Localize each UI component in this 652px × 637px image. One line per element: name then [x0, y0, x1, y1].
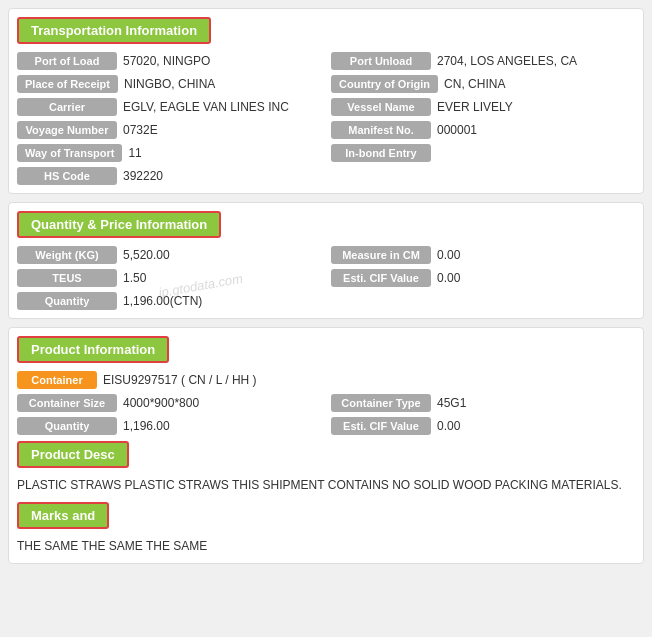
voyage-number-label: Voyage Number [17, 121, 117, 139]
voyage-number-value: 0732E [123, 123, 158, 137]
quantity-section: Quantity & Price Information Weight (KG)… [8, 202, 644, 319]
container-badge: Container [17, 371, 97, 389]
carrier-row: Carrier EGLV, EAGLE VAN LINES INC [17, 98, 321, 116]
product-desc-header: Product Desc [17, 441, 129, 468]
container-type-value: 45G1 [437, 396, 466, 410]
product-section: Product Information Container EISU929751… [8, 327, 644, 564]
port-unload-label: Port Unload [331, 52, 431, 70]
vessel-name-value: EVER LIVELY [437, 100, 513, 114]
in-bond-entry-row: In-bond Entry [331, 144, 635, 162]
teus-value: 1.50 [123, 271, 146, 285]
country-of-origin-value: CN, CHINA [444, 77, 505, 91]
esti-cif-q-value: 0.00 [437, 271, 460, 285]
place-of-receipt-row: Place of Receipt NINGBO, CHINA [17, 75, 321, 93]
esti-cif-p-row: Esti. CIF Value 0.00 [331, 417, 635, 435]
measure-cm-value: 0.00 [437, 248, 460, 262]
country-of-origin-label: Country of Origin [331, 75, 438, 93]
transportation-header: Transportation Information [17, 17, 211, 44]
product-quantity-label: Quantity [17, 417, 117, 435]
product-quantity-row: Quantity 1,196.00 [17, 417, 321, 435]
place-of-receipt-label: Place of Receipt [17, 75, 118, 93]
weight-label: Weight (KG) [17, 246, 117, 264]
quantity-header: Quantity & Price Information [17, 211, 221, 238]
country-of-origin-row: Country of Origin CN, CHINA [331, 75, 635, 93]
quantity-value: 1,196.00(CTN) [123, 294, 202, 308]
product-desc-block: Product Desc PLASTIC STRAWS PLASTIC STRA… [17, 441, 635, 494]
way-of-transport-value: 11 [128, 146, 141, 160]
hs-code-label: HS Code [17, 167, 117, 185]
hs-code-row: HS Code 392220 [17, 167, 321, 185]
marks-block: Marks and THE SAME THE SAME THE SAME [17, 502, 635, 555]
esti-cif-p-value: 0.00 [437, 419, 460, 433]
port-of-load-label: Port of Load [17, 52, 117, 70]
teus-label: TEUS [17, 269, 117, 287]
carrier-label: Carrier [17, 98, 117, 116]
port-of-load-row: Port of Load 57020, NINGPO [17, 52, 321, 70]
transportation-section: Transportation Information Port of Load … [8, 8, 644, 194]
marks-header: Marks and [17, 502, 109, 529]
way-of-transport-row: Way of Transport 11 [17, 144, 321, 162]
port-of-load-value: 57020, NINGPO [123, 54, 210, 68]
quantity-row: Quantity 1,196.00(CTN) [17, 292, 321, 310]
container-size-row: Container Size 4000*900*800 [17, 394, 321, 412]
esti-cif-p-label: Esti. CIF Value [331, 417, 431, 435]
port-unload-row: Port Unload 2704, LOS ANGELES, CA [331, 52, 635, 70]
product-desc-text: PLASTIC STRAWS PLASTIC STRAWS THIS SHIPM… [17, 476, 635, 494]
container-size-label: Container Size [17, 394, 117, 412]
product-header: Product Information [17, 336, 169, 363]
container-row: Container EISU9297517 ( CN / L / HH ) [17, 371, 635, 389]
container-type-label: Container Type [331, 394, 431, 412]
vessel-name-label: Vessel Name [331, 98, 431, 116]
container-value: EISU9297517 ( CN / L / HH ) [103, 373, 257, 387]
carrier-value: EGLV, EAGLE VAN LINES INC [123, 100, 289, 114]
manifest-no-row: Manifest No. 000001 [331, 121, 635, 139]
weight-value: 5,520.00 [123, 248, 170, 262]
vessel-name-row: Vessel Name EVER LIVELY [331, 98, 635, 116]
measure-cm-label: Measure in CM [331, 246, 431, 264]
hs-code-value: 392220 [123, 169, 163, 183]
way-of-transport-label: Way of Transport [17, 144, 122, 162]
container-size-value: 4000*900*800 [123, 396, 199, 410]
marks-text: THE SAME THE SAME THE SAME [17, 537, 635, 555]
container-type-row: Container Type 45G1 [331, 394, 635, 412]
weight-row: Weight (KG) 5,520.00 [17, 246, 321, 264]
place-of-receipt-value: NINGBO, CHINA [124, 77, 215, 91]
esti-cif-q-label: Esti. CIF Value [331, 269, 431, 287]
port-unload-value: 2704, LOS ANGELES, CA [437, 54, 577, 68]
measure-cm-row: Measure in CM 0.00 [331, 246, 635, 264]
teus-row: TEUS 1.50 [17, 269, 321, 287]
product-quantity-value: 1,196.00 [123, 419, 170, 433]
in-bond-entry-label: In-bond Entry [331, 144, 431, 162]
manifest-no-label: Manifest No. [331, 121, 431, 139]
manifest-no-value: 000001 [437, 123, 477, 137]
quantity-label: Quantity [17, 292, 117, 310]
voyage-number-row: Voyage Number 0732E [17, 121, 321, 139]
esti-cif-q-row: Esti. CIF Value 0.00 [331, 269, 635, 287]
